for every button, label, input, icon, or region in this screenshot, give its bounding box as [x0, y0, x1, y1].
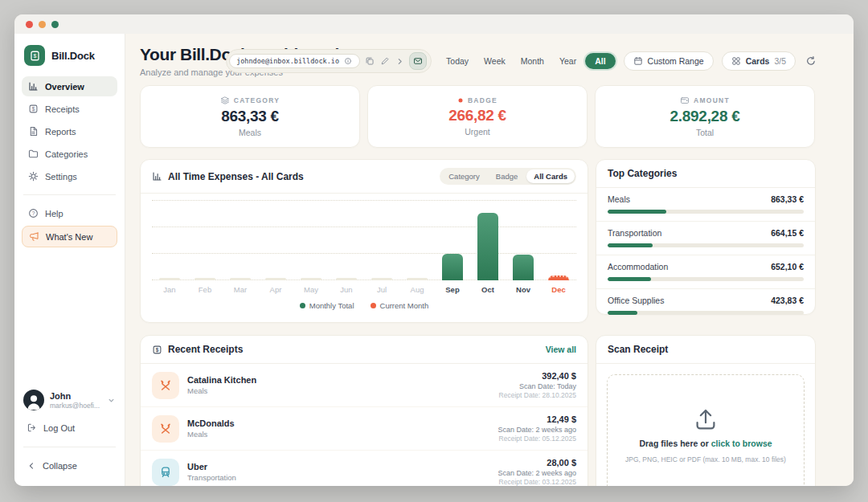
minimize-window-button[interactable]: [39, 21, 46, 28]
chevron-down-icon[interactable]: [107, 396, 116, 405]
sidebar-item-label: Reports: [45, 127, 76, 137]
maximize-window-button[interactable]: [51, 21, 59, 28]
sidebar-item-receipts[interactable]: $Receipts: [22, 99, 117, 119]
browse-link[interactable]: click to browse: [711, 439, 772, 448]
bar-column-aug: [399, 200, 435, 280]
bar-column-sep: [435, 200, 470, 280]
inbox-email-group: johndoe@inbox.billdock.io: [226, 49, 432, 73]
receipt-scan-date: Scan Date: Today: [499, 382, 576, 390]
avatar: [23, 390, 44, 410]
receipt-amounts: 392,40 $Scan Date: TodayReceipt Date: 28…: [499, 371, 576, 399]
chart-filter-category[interactable]: Category: [441, 169, 487, 183]
bar-jun: [336, 278, 357, 280]
stat-value: 2.892,28 €: [670, 108, 740, 125]
sidebar-item-reports[interactable]: Reports: [22, 121, 117, 141]
receipt-amount: 392,40 $: [499, 371, 576, 381]
stat-label: AMOUNT: [680, 96, 730, 105]
category-row-transportation: Transportation664,15 €: [596, 221, 815, 255]
megaphone-icon: [29, 231, 39, 242]
sidebar-item-settings[interactable]: Settings: [22, 166, 117, 186]
receipt-date: Receipt Date: 05.12.2025: [497, 435, 576, 443]
calendar-icon: [633, 56, 643, 66]
chart-filter-group: CategoryBadgeAll Cards: [440, 168, 576, 185]
logout-button[interactable]: Log Out: [22, 417, 117, 439]
x-label-sep: Sep: [435, 285, 470, 294]
refresh-icon[interactable]: [805, 55, 817, 67]
category-row-accommodation: Accommodation652,10 €: [596, 255, 815, 288]
chart-filter-badge[interactable]: Badge: [489, 169, 525, 183]
inbox-email-value: johndoe@inbox.billdock.io: [236, 57, 339, 65]
bar-column-apr: [258, 200, 293, 280]
sidebar-item-help[interactable]: ?Help: [22, 203, 117, 223]
receipt-category: Transportation: [187, 473, 236, 482]
stat-label-text: CATEGORY: [234, 96, 280, 104]
bar-column-jul: [364, 200, 399, 280]
stat-card-badge: BADGE266,82 €Urgent: [367, 85, 588, 148]
close-window-button[interactable]: [26, 21, 33, 28]
time-filter-year[interactable]: Year: [553, 53, 583, 69]
sidebar-item-overview[interactable]: Overview: [22, 76, 117, 96]
receipt-scan-date: Scan Date: 2 weeks ago: [497, 469, 576, 477]
time-filter-all[interactable]: All: [585, 53, 615, 69]
category-name: Accommodation: [608, 262, 668, 271]
svg-text:$: $: [32, 106, 35, 112]
x-label-feb: Feb: [187, 285, 223, 294]
edit-pencil-icon[interactable]: [379, 56, 391, 66]
bar-dec: [548, 275, 569, 280]
inbox-email-field[interactable]: johndoe@inbox.billdock.io: [229, 54, 360, 68]
receipt-meta: UberTransportation: [187, 462, 236, 482]
custom-range-button[interactable]: Custom Range: [624, 51, 714, 71]
bar-chart-icon: [152, 171, 162, 182]
bar-chart: JanFebMarAprMayJunJulAugSepOctNovDec Mon…: [141, 194, 588, 322]
cards-button[interactable]: Cards 3/5: [722, 51, 796, 71]
chart-filter-all-cards[interactable]: All Cards: [526, 169, 575, 183]
user-profile[interactable]: John markus@hoefi...: [22, 386, 117, 417]
dropzone-text: Drag files here or click to browse: [639, 439, 772, 448]
receipt-row-mcdonalds[interactable]: McDonaldsMeals12,49 $Scan Date: 2 weeks …: [141, 406, 588, 450]
sidebar-item-label: Settings: [45, 172, 77, 182]
x-label-mar: Mar: [223, 285, 258, 294]
sidebar-item-what-s-new[interactable]: What's New: [22, 226, 117, 247]
x-label-may: May: [293, 285, 329, 294]
sidebar-item-categories[interactable]: Categories: [22, 144, 117, 164]
bar-mar: [230, 278, 251, 280]
bar-column-may: [293, 200, 329, 280]
sidebar-divider: [23, 194, 116, 195]
receipt-meta: McDonaldsMeals: [187, 418, 235, 439]
bar-column-nov: [506, 200, 541, 280]
category-row-header: Office Supplies423,83 €: [608, 296, 804, 305]
stat-label-text: AMOUNT: [694, 96, 730, 104]
mail-button[interactable]: [409, 52, 427, 70]
dot-icon: [457, 97, 464, 104]
svg-text:?: ?: [32, 210, 35, 216]
cards-label: Cards: [746, 56, 770, 66]
receipt-date: Receipt Date: 28.10.2025: [499, 391, 576, 399]
collapse-sidebar-button[interactable]: Collapse: [22, 455, 117, 476]
view-all-link[interactable]: View all: [546, 345, 576, 354]
chevron-right-icon[interactable]: [395, 57, 405, 66]
brand: $ Bill.Dock: [22, 42, 117, 76]
utensils-icon: [159, 422, 172, 435]
svg-text:$: $: [33, 53, 36, 59]
sidebar-item-label: Overview: [45, 82, 84, 92]
category-row-office-supplies: Office Supplies423,83 €: [596, 288, 815, 322]
sidebar-item-label: Receipts: [45, 104, 80, 114]
info-icon[interactable]: [343, 57, 353, 65]
file-dropzone[interactable]: Drag files here or click to browse JPG, …: [607, 374, 805, 486]
receipt-row-uber[interactable]: UberTransportation28,00 $Scan Date: 2 we…: [141, 450, 588, 486]
stat-card-amount: AMOUNT2.892,28 €Total: [595, 85, 815, 148]
receipt-amount: 12,49 $: [497, 414, 576, 424]
bar-nov: [513, 255, 534, 280]
copy-icon[interactable]: [364, 56, 375, 66]
bar-oct: [477, 213, 498, 280]
sidebar-divider: [23, 447, 116, 447]
receipt-row-catalina-kitchen[interactable]: Catalina KitchenMeals392,40 $Scan Date: …: [141, 364, 588, 406]
x-label-jul: Jul: [364, 285, 399, 294]
folder-icon: [28, 149, 39, 159]
time-filter-week[interactable]: Week: [477, 53, 512, 69]
category-progress-fill: [608, 311, 637, 315]
time-filter-today[interactable]: Today: [440, 53, 475, 69]
time-filter-month[interactable]: Month: [514, 53, 551, 69]
recent-receipts-title: $ Recent Receipts: [152, 344, 243, 355]
x-label-dec: Dec: [541, 285, 576, 294]
